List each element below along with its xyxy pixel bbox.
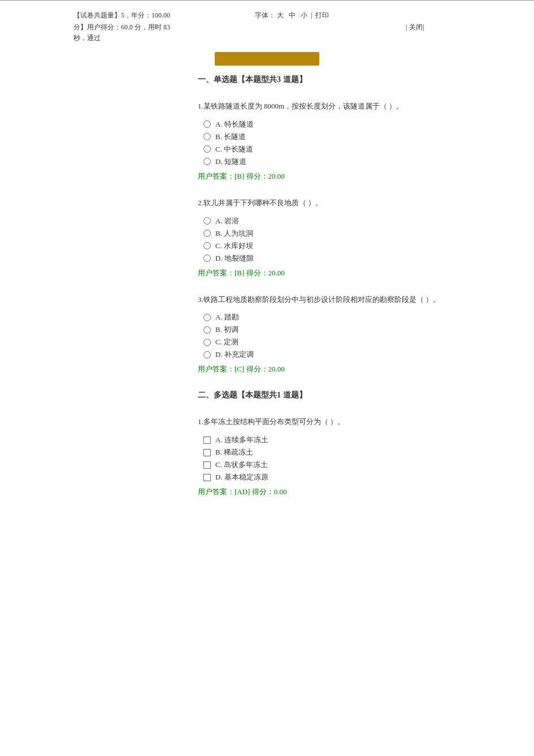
option-2b-text: B. 人为坑洞 — [215, 228, 253, 239]
option-4d[interactable]: D. 基本稳定冻原 — [203, 472, 461, 482]
option-4c-text: C. 岛状多年冻土 — [215, 460, 268, 470]
font-small-btn[interactable]: 小 — [301, 11, 307, 19]
font-large-btn[interactable]: 大 — [277, 11, 284, 19]
progress-bar — [215, 52, 319, 66]
option-2d[interactable]: D. 地裂缝隙 — [203, 253, 461, 263]
question-3: 3.铁路工程地质勘察阶段划分中与初步设计阶段相对应的勘察阶段是（ ）。 A. 踏… — [198, 294, 461, 375]
option-3a[interactable]: A. 踏勘 — [203, 312, 461, 322]
answer-2: 用户答案：[B] 得分：20.00 — [198, 268, 461, 278]
separator1: | — [406, 23, 407, 32]
section2-title: 二、多选题【本题型共1 道题】 — [198, 390, 461, 400]
radio-2c[interactable] — [203, 242, 211, 249]
option-4a-text: A. 连续多年冻土 — [215, 435, 268, 445]
option-2c[interactable]: C. 水库好坝 — [203, 241, 461, 251]
option-1b-text: B. 长隧道 — [215, 132, 246, 142]
radio-2d[interactable] — [203, 254, 211, 262]
score-info: 分】用户得分：60.0 分，用时 83 — [73, 23, 170, 32]
option-2a[interactable]: A. 岩溶 — [203, 216, 461, 226]
checkbox-4d[interactable] — [203, 474, 211, 481]
option-3b[interactable]: B. 初调 — [203, 325, 461, 335]
answer-3: 用户答案：[C] 得分：20.00 — [198, 364, 461, 374]
option-3c-text: C. 定测 — [215, 337, 238, 347]
radio-3d[interactable] — [203, 351, 211, 358]
section1-title: 一、单选题【本题型共3 道题】 — [198, 75, 461, 85]
option-4b[interactable]: B. 稀疏冻土 — [203, 447, 461, 457]
option-4b-text: B. 稀疏冻土 — [215, 447, 253, 457]
question-4: 1.多年冻土按结构平面分布类型可分为（ ）。 A. 连续多年冻土 B. 稀疏冻土… — [198, 416, 461, 497]
checkbox-4b[interactable] — [203, 449, 211, 456]
option-3d[interactable]: D. 补充定调 — [203, 349, 461, 360]
radio-1b[interactable] — [203, 133, 211, 140]
pass-info: 秒，通过 — [73, 34, 101, 42]
radio-2a[interactable] — [203, 217, 211, 224]
option-1c[interactable]: C. 中长隧道 — [203, 144, 461, 154]
question-1-options: A. 特长隧道 B. 长隧道 C. 中长隧道 D. 短隧道 — [203, 119, 461, 167]
radio-2b[interactable] — [203, 230, 211, 237]
option-4c[interactable]: C. 岛状多年冻土 — [203, 460, 461, 470]
question-3-options: A. 踏勘 B. 初调 C. 定测 D. 补充定调 — [203, 312, 461, 360]
question-1: 1.某铁路隧道长度为 8000m，按按长度划分，该隧道属于（ ）。 A. 特长隧… — [198, 101, 461, 182]
radio-1a[interactable] — [203, 120, 211, 128]
question-4-options: A. 连续多年冻土 B. 稀疏冻土 C. 岛状多年冻土 D. 基本稳定冻原 — [203, 435, 461, 482]
option-1b[interactable]: B. 长隧道 — [203, 132, 461, 142]
answer-1: 用户答案：[B] 得分：20.00 — [198, 171, 461, 182]
checkbox-4a[interactable] — [203, 437, 211, 444]
separator2: | — [423, 23, 424, 32]
print-button[interactable]: 打印 — [315, 11, 329, 19]
font-medium-btn[interactable]: 中 — [289, 11, 296, 19]
option-2b[interactable]: B. 人为坑洞 — [203, 228, 461, 239]
radio-1c[interactable] — [203, 145, 211, 153]
close-button[interactable]: 关闭 — [409, 23, 423, 32]
option-3a-text: A. 踏勘 — [215, 312, 239, 322]
option-1d[interactable]: D. 短隧道 — [203, 157, 461, 167]
radio-3c[interactable] — [203, 339, 211, 346]
option-2c-text: C. 水库好坝 — [215, 241, 253, 251]
radio-1d[interactable] — [203, 158, 211, 165]
option-1a-text: A. 特长隧道 — [215, 119, 254, 129]
question-4-text: 1.多年冻土按结构平面分布类型可分为（ ）。 — [198, 416, 461, 428]
option-1c-text: C. 中长隧道 — [215, 144, 253, 154]
option-1a[interactable]: A. 特长隧道 — [203, 119, 461, 129]
option-3d-text: D. 补充定调 — [215, 349, 254, 360]
answer-4: 用户答案：[AD] 得分：0.00 — [198, 487, 461, 497]
option-3b-text: B. 初调 — [215, 325, 238, 335]
question-2-text: 2.软儿井属于下列哪种不良地质（ ）。 — [198, 197, 461, 209]
radio-3b[interactable] — [203, 326, 211, 334]
question-3-text: 3.铁路工程地质勘察阶段划分中与初步设计阶段相对应的勘察阶段是（ ）。 — [198, 294, 461, 306]
question-2-options: A. 岩溶 B. 人为坑洞 C. 水库好坝 D. 地裂缝隙 — [203, 216, 461, 263]
font-label: 字体： — [255, 11, 275, 19]
option-4a[interactable]: A. 连续多年冻土 — [203, 435, 461, 445]
option-2d-text: D. 地裂缝隙 — [215, 253, 254, 263]
checkbox-4c[interactable] — [203, 461, 211, 469]
question-2: 2.软儿井属于下列哪种不良地质（ ）。 A. 岩溶 B. 人为坑洞 C. 水库好… — [198, 197, 461, 278]
option-2a-text: A. 岩溶 — [215, 216, 239, 226]
radio-3a[interactable] — [203, 314, 211, 321]
exam-info: 【试卷共题量】5，年分：100.00 — [73, 11, 170, 19]
option-4d-text: D. 基本稳定冻原 — [215, 472, 268, 482]
question-1-text: 1.某铁路隧道长度为 8000m，按按长度划分，该隧道属于（ ）。 — [198, 101, 461, 113]
option-1d-text: D. 短隧道 — [215, 157, 246, 167]
option-3c[interactable]: C. 定测 — [203, 337, 461, 347]
